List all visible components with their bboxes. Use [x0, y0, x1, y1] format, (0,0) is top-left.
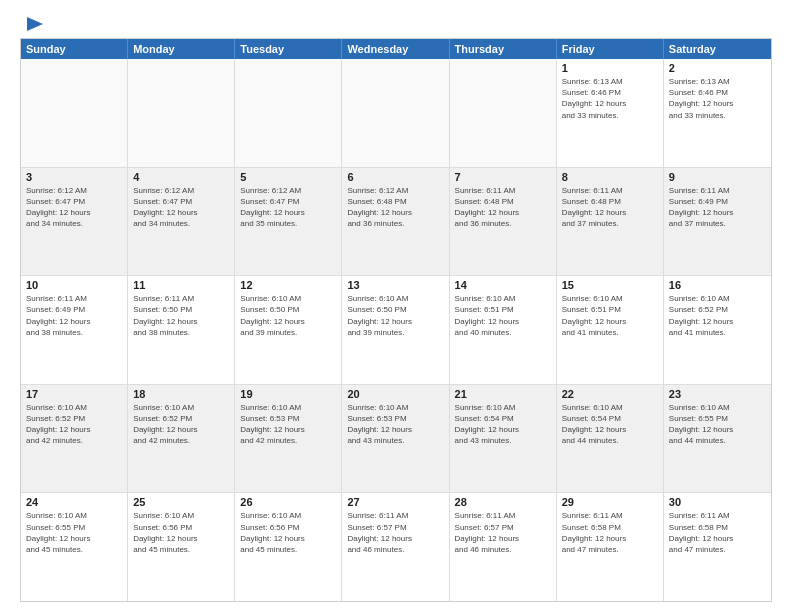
logo	[20, 15, 45, 30]
day-info: Sunrise: 6:13 AM Sunset: 6:46 PM Dayligh…	[669, 76, 766, 121]
day-info: Sunrise: 6:11 AM Sunset: 6:58 PM Dayligh…	[669, 510, 766, 555]
day-number: 18	[133, 388, 229, 400]
day-info: Sunrise: 6:12 AM Sunset: 6:48 PM Dayligh…	[347, 185, 443, 230]
calendar-cell	[21, 59, 128, 167]
calendar-cell: 27Sunrise: 6:11 AM Sunset: 6:57 PM Dayli…	[342, 493, 449, 601]
day-number: 8	[562, 171, 658, 183]
calendar-header-cell: Saturday	[664, 39, 771, 59]
day-info: Sunrise: 6:10 AM Sunset: 6:52 PM Dayligh…	[26, 402, 122, 447]
day-info: Sunrise: 6:10 AM Sunset: 6:52 PM Dayligh…	[669, 293, 766, 338]
calendar-header-cell: Friday	[557, 39, 664, 59]
page: SundayMondayTuesdayWednesdayThursdayFrid…	[0, 0, 792, 612]
calendar-week: 10Sunrise: 6:11 AM Sunset: 6:49 PM Dayli…	[21, 276, 771, 385]
calendar-cell: 21Sunrise: 6:10 AM Sunset: 6:54 PM Dayli…	[450, 385, 557, 493]
calendar-cell	[235, 59, 342, 167]
day-number: 4	[133, 171, 229, 183]
calendar-week: 24Sunrise: 6:10 AM Sunset: 6:55 PM Dayli…	[21, 493, 771, 601]
day-info: Sunrise: 6:11 AM Sunset: 6:57 PM Dayligh…	[455, 510, 551, 555]
calendar-cell: 30Sunrise: 6:11 AM Sunset: 6:58 PM Dayli…	[664, 493, 771, 601]
calendar-cell: 9Sunrise: 6:11 AM Sunset: 6:49 PM Daylig…	[664, 168, 771, 276]
calendar-header: SundayMondayTuesdayWednesdayThursdayFrid…	[21, 39, 771, 59]
calendar-cell: 2Sunrise: 6:13 AM Sunset: 6:46 PM Daylig…	[664, 59, 771, 167]
day-number: 10	[26, 279, 122, 291]
calendar-header-cell: Thursday	[450, 39, 557, 59]
day-info: Sunrise: 6:10 AM Sunset: 6:56 PM Dayligh…	[133, 510, 229, 555]
calendar-cell	[450, 59, 557, 167]
day-number: 9	[669, 171, 766, 183]
day-info: Sunrise: 6:12 AM Sunset: 6:47 PM Dayligh…	[133, 185, 229, 230]
logo-icon	[23, 15, 45, 33]
calendar-cell: 15Sunrise: 6:10 AM Sunset: 6:51 PM Dayli…	[557, 276, 664, 384]
day-number: 3	[26, 171, 122, 183]
day-info: Sunrise: 6:10 AM Sunset: 6:53 PM Dayligh…	[240, 402, 336, 447]
day-info: Sunrise: 6:10 AM Sunset: 6:54 PM Dayligh…	[562, 402, 658, 447]
day-number: 24	[26, 496, 122, 508]
header	[20, 15, 772, 30]
calendar-cell: 11Sunrise: 6:11 AM Sunset: 6:50 PM Dayli…	[128, 276, 235, 384]
calendar-cell: 6Sunrise: 6:12 AM Sunset: 6:48 PM Daylig…	[342, 168, 449, 276]
day-number: 25	[133, 496, 229, 508]
calendar-cell: 3Sunrise: 6:12 AM Sunset: 6:47 PM Daylig…	[21, 168, 128, 276]
day-info: Sunrise: 6:10 AM Sunset: 6:54 PM Dayligh…	[455, 402, 551, 447]
calendar-header-cell: Sunday	[21, 39, 128, 59]
calendar-cell: 22Sunrise: 6:10 AM Sunset: 6:54 PM Dayli…	[557, 385, 664, 493]
svg-marker-0	[27, 17, 43, 31]
day-info: Sunrise: 6:10 AM Sunset: 6:56 PM Dayligh…	[240, 510, 336, 555]
day-number: 29	[562, 496, 658, 508]
day-number: 2	[669, 62, 766, 74]
day-number: 5	[240, 171, 336, 183]
day-number: 21	[455, 388, 551, 400]
day-number: 26	[240, 496, 336, 508]
calendar-cell: 4Sunrise: 6:12 AM Sunset: 6:47 PM Daylig…	[128, 168, 235, 276]
calendar-cell: 10Sunrise: 6:11 AM Sunset: 6:49 PM Dayli…	[21, 276, 128, 384]
calendar-cell: 25Sunrise: 6:10 AM Sunset: 6:56 PM Dayli…	[128, 493, 235, 601]
day-number: 17	[26, 388, 122, 400]
calendar-week: 1Sunrise: 6:13 AM Sunset: 6:46 PM Daylig…	[21, 59, 771, 168]
day-info: Sunrise: 6:12 AM Sunset: 6:47 PM Dayligh…	[26, 185, 122, 230]
calendar-cell: 1Sunrise: 6:13 AM Sunset: 6:46 PM Daylig…	[557, 59, 664, 167]
day-number: 19	[240, 388, 336, 400]
day-info: Sunrise: 6:11 AM Sunset: 6:58 PM Dayligh…	[562, 510, 658, 555]
calendar-header-cell: Wednesday	[342, 39, 449, 59]
calendar-cell: 26Sunrise: 6:10 AM Sunset: 6:56 PM Dayli…	[235, 493, 342, 601]
calendar-cell	[128, 59, 235, 167]
day-info: Sunrise: 6:10 AM Sunset: 6:53 PM Dayligh…	[347, 402, 443, 447]
day-number: 6	[347, 171, 443, 183]
day-info: Sunrise: 6:12 AM Sunset: 6:47 PM Dayligh…	[240, 185, 336, 230]
calendar-cell: 14Sunrise: 6:10 AM Sunset: 6:51 PM Dayli…	[450, 276, 557, 384]
day-info: Sunrise: 6:13 AM Sunset: 6:46 PM Dayligh…	[562, 76, 658, 121]
calendar-week: 17Sunrise: 6:10 AM Sunset: 6:52 PM Dayli…	[21, 385, 771, 494]
day-info: Sunrise: 6:11 AM Sunset: 6:48 PM Dayligh…	[562, 185, 658, 230]
calendar-cell: 29Sunrise: 6:11 AM Sunset: 6:58 PM Dayli…	[557, 493, 664, 601]
calendar-cell: 16Sunrise: 6:10 AM Sunset: 6:52 PM Dayli…	[664, 276, 771, 384]
calendar-week: 3Sunrise: 6:12 AM Sunset: 6:47 PM Daylig…	[21, 168, 771, 277]
calendar-cell: 5Sunrise: 6:12 AM Sunset: 6:47 PM Daylig…	[235, 168, 342, 276]
day-number: 16	[669, 279, 766, 291]
calendar-cell	[342, 59, 449, 167]
calendar: SundayMondayTuesdayWednesdayThursdayFrid…	[20, 38, 772, 602]
day-info: Sunrise: 6:10 AM Sunset: 6:52 PM Dayligh…	[133, 402, 229, 447]
calendar-cell: 19Sunrise: 6:10 AM Sunset: 6:53 PM Dayli…	[235, 385, 342, 493]
day-info: Sunrise: 6:10 AM Sunset: 6:51 PM Dayligh…	[455, 293, 551, 338]
calendar-cell: 12Sunrise: 6:10 AM Sunset: 6:50 PM Dayli…	[235, 276, 342, 384]
calendar-cell: 18Sunrise: 6:10 AM Sunset: 6:52 PM Dayli…	[128, 385, 235, 493]
calendar-body: 1Sunrise: 6:13 AM Sunset: 6:46 PM Daylig…	[21, 59, 771, 601]
calendar-cell: 23Sunrise: 6:10 AM Sunset: 6:55 PM Dayli…	[664, 385, 771, 493]
day-number: 15	[562, 279, 658, 291]
day-number: 1	[562, 62, 658, 74]
day-number: 23	[669, 388, 766, 400]
calendar-cell: 17Sunrise: 6:10 AM Sunset: 6:52 PM Dayli…	[21, 385, 128, 493]
day-number: 11	[133, 279, 229, 291]
day-info: Sunrise: 6:11 AM Sunset: 6:48 PM Dayligh…	[455, 185, 551, 230]
day-info: Sunrise: 6:10 AM Sunset: 6:55 PM Dayligh…	[669, 402, 766, 447]
day-number: 22	[562, 388, 658, 400]
day-info: Sunrise: 6:10 AM Sunset: 6:50 PM Dayligh…	[240, 293, 336, 338]
day-number: 7	[455, 171, 551, 183]
day-info: Sunrise: 6:11 AM Sunset: 6:49 PM Dayligh…	[669, 185, 766, 230]
day-number: 14	[455, 279, 551, 291]
calendar-cell: 8Sunrise: 6:11 AM Sunset: 6:48 PM Daylig…	[557, 168, 664, 276]
day-number: 27	[347, 496, 443, 508]
day-number: 30	[669, 496, 766, 508]
calendar-cell: 7Sunrise: 6:11 AM Sunset: 6:48 PM Daylig…	[450, 168, 557, 276]
calendar-cell: 13Sunrise: 6:10 AM Sunset: 6:50 PM Dayli…	[342, 276, 449, 384]
